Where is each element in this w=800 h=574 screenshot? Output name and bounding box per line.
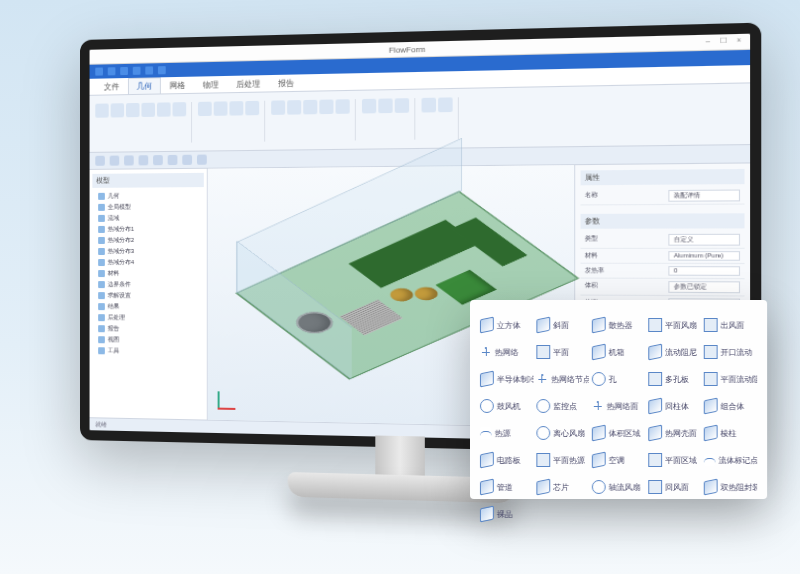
toolbox-item[interactable]: 管道 [480, 474, 533, 500]
toolbox-item-label: 组合体 [721, 401, 745, 412]
toolbox-item[interactable]: 散热器 [592, 312, 645, 338]
prop-value[interactable]: 装配详情 [668, 190, 740, 202]
toolbox-item[interactable]: 平面 [536, 339, 589, 365]
toolbox-item[interactable]: 热网络节点 [536, 366, 589, 392]
view-button[interactable] [168, 155, 178, 165]
tree-item[interactable]: 几何 [98, 190, 204, 202]
ribbon-button[interactable] [245, 101, 259, 116]
view-button[interactable] [197, 155, 207, 165]
ribbon-button[interactable] [395, 98, 409, 113]
toolbox-item[interactable]: 流体标记点 [704, 447, 757, 473]
view-button[interactable] [139, 155, 149, 165]
toolbox-item[interactable]: 回风面 [648, 474, 701, 500]
qat-item[interactable] [158, 66, 166, 74]
toolbox-item[interactable]: 半导体制冷器 [480, 366, 533, 392]
ribbon-tab[interactable]: 报告 [269, 74, 303, 91]
toolbox-item[interactable]: 组合体 [704, 393, 757, 419]
qat-item[interactable] [133, 67, 141, 75]
tree-item[interactable]: 边界条件 [98, 279, 204, 291]
tree-item[interactable]: 热域分布3 [98, 246, 204, 257]
ribbon-button[interactable] [271, 100, 285, 115]
tree-item[interactable]: 材料 [98, 268, 204, 279]
toolbox-item[interactable]: 体积区域 [592, 420, 645, 446]
ribbon-button[interactable] [422, 98, 437, 113]
tree-item[interactable]: 后处理 [98, 312, 204, 324]
ribbon-button[interactable] [229, 101, 243, 116]
toolbox-item[interactable]: 热网络 [480, 339, 533, 365]
prop-label: 类型 [585, 234, 598, 246]
toolbox-item[interactable]: 热网络面 [592, 393, 645, 419]
toolbox-item[interactable]: 平面区域 [648, 447, 701, 473]
ribbon-button[interactable] [173, 102, 187, 116]
toolbox-item[interactable]: 鼓风机 [480, 393, 533, 419]
toolbox-item[interactable]: 孔 [592, 366, 645, 392]
ribbon-button[interactable] [378, 98, 392, 113]
toolbox-item[interactable]: 立方体 [480, 312, 533, 338]
ribbon-button[interactable] [111, 103, 124, 117]
view-button[interactable] [182, 155, 192, 165]
tree-item[interactable]: 求解设置 [98, 290, 204, 302]
toolbox-item[interactable]: 芯片 [536, 474, 589, 500]
ribbon-tab[interactable]: 网格 [161, 77, 194, 94]
toolbox-item[interactable]: 离心风扇 [536, 420, 589, 446]
toolbox-item[interactable]: 流动阻尼 [648, 339, 701, 365]
toolbox-item[interactable]: 电路板 [480, 447, 533, 473]
ribbon-button[interactable] [141, 103, 155, 117]
ribbon-button[interactable] [438, 97, 453, 112]
prop-value[interactable]: 自定义 [668, 234, 740, 246]
toolbox-item[interactable]: 空调 [592, 447, 645, 473]
toolbox-item[interactable]: 棱柱 [704, 420, 757, 446]
maximize-button[interactable]: ☐ [719, 36, 728, 45]
toolbox-item[interactable]: 热网壳面 [648, 420, 701, 446]
qat-item[interactable] [95, 67, 103, 75]
toolbox-item[interactable]: 平面热源 [536, 447, 589, 473]
view-button[interactable] [95, 156, 105, 166]
qat-item[interactable] [108, 67, 116, 75]
view-button[interactable] [124, 155, 134, 165]
toolbox-item[interactable]: 机箱 [592, 339, 645, 365]
tree-item[interactable]: 热域分布2 [98, 235, 204, 246]
minimize-button[interactable]: – [703, 37, 712, 46]
toolbox-item[interactable]: 多孔板 [648, 366, 701, 392]
toolbox-item[interactable]: 斜面 [536, 312, 589, 338]
toolbox-item[interactable]: 双热阻封装 [704, 474, 757, 500]
tree-item[interactable]: 工具 [98, 345, 204, 357]
toolbox-item[interactable]: 平面流动阻尼 [704, 366, 757, 392]
ribbon-button[interactable] [198, 102, 212, 116]
toolbox-item[interactable]: 裸晶 [480, 501, 533, 527]
ribbon-button[interactable] [95, 103, 108, 117]
ribbon-tab[interactable]: 几何 [128, 77, 161, 94]
ribbon-button[interactable] [287, 100, 301, 115]
ribbon-button[interactable] [336, 99, 350, 114]
view-button[interactable] [110, 156, 120, 166]
close-button[interactable]: × [734, 36, 743, 45]
toolbox-item[interactable]: 平面风扇 [648, 312, 701, 338]
ribbon-button[interactable] [126, 103, 140, 117]
tree-item[interactable]: 全局模型 [98, 201, 204, 213]
qat-item[interactable] [120, 67, 128, 75]
toolbox-item[interactable]: 热源 [480, 420, 533, 446]
toolbox-item[interactable]: 开口流动 [704, 339, 757, 365]
tree-item[interactable]: 热域分布4 [98, 257, 204, 268]
prop-value[interactable]: 0 [668, 266, 740, 276]
ribbon-tab[interactable]: 文件 [95, 78, 128, 95]
toolbox-item[interactable]: 回柱体 [648, 393, 701, 419]
ribbon-tab[interactable]: 物理 [194, 76, 227, 93]
toolbox-item[interactable]: 轴流风扇 [592, 474, 645, 500]
ribbon-button[interactable] [303, 100, 317, 115]
cube-icon [704, 398, 718, 415]
ribbon-button[interactable] [214, 101, 228, 115]
toolbox-item[interactable]: 出风面 [704, 312, 757, 338]
ribbon-button[interactable] [157, 102, 171, 116]
qat-item[interactable] [145, 66, 153, 74]
ribbon-button[interactable] [319, 99, 333, 114]
prop-value[interactable]: Aluminum (Pure) [668, 251, 740, 261]
ribbon-button[interactable] [362, 99, 376, 114]
tree-item[interactable]: 结果 [98, 301, 204, 313]
view-button[interactable] [153, 155, 163, 165]
prop-value[interactable]: 参数已锁定 [668, 281, 740, 293]
tree-item[interactable]: 热域分布1 [98, 224, 204, 235]
toolbox-item[interactable]: 监控点 [536, 393, 589, 419]
ribbon-tab[interactable]: 后处理 [227, 75, 269, 92]
tree-item[interactable]: 流域 [98, 212, 204, 224]
